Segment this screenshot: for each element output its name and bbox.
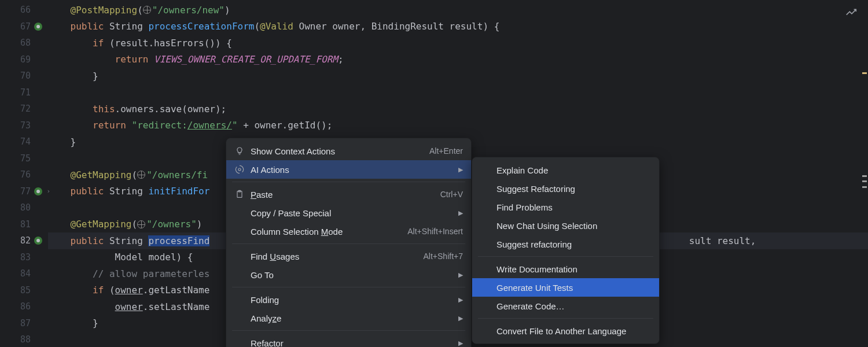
line-number: 82	[0, 232, 43, 249]
line-number: 80	[0, 200, 43, 216]
code-line[interactable]: return VIEWS_OWNER_CREATE_OR_UPDATE_FORM…	[48, 51, 868, 68]
menu-item-generate-code[interactable]: Generate Code…	[472, 297, 659, 315]
line-number: 76	[0, 167, 43, 183]
menu-item-suggest-refactoring[interactable]: Suggest refactoring	[472, 235, 659, 253]
svg-point-0	[238, 168, 241, 171]
gutter-run-icon[interactable]	[34, 187, 42, 195]
menu-item-label: Go To	[251, 270, 448, 280]
submenu-arrow-icon: ▶	[458, 271, 463, 279]
code-line[interactable]: if (result.hasErrors()) {	[48, 35, 868, 51]
menu-item-new-chat-using-selection[interactable]: New Chat Using Selection	[472, 216, 659, 235]
menu-item-explain-code[interactable]: Explain Code	[472, 161, 659, 179]
line-number: 73	[0, 117, 43, 134]
menu-separator	[478, 256, 653, 257]
menu-item-analyze[interactable]: Analyze▶	[226, 309, 471, 327]
minimap-mark[interactable]	[862, 175, 867, 177]
menu-separator	[232, 243, 465, 244]
gutter-run-icon[interactable]	[34, 23, 42, 31]
line-number: 77›	[0, 183, 43, 200]
menu-separator	[232, 182, 465, 182]
menu-item-label: Copy / Paste Special	[251, 208, 448, 218]
menu-item-find-usages[interactable]: Find UsagesAlt+Shift+7	[226, 247, 471, 265]
line-number: 67	[0, 19, 43, 35]
menu-item-folding[interactable]: Folding▶	[226, 290, 471, 309]
line-number: 71	[0, 84, 43, 101]
submenu-arrow-icon: ▶	[458, 209, 463, 217]
menu-item-label: Find Usages	[251, 252, 418, 261]
menu-item-label: Write Documentation	[496, 264, 651, 274]
code-line[interactable]: @PostMapping("/owners/new")	[48, 2, 868, 19]
line-number: 72	[0, 101, 43, 117]
line-number: 85	[0, 282, 43, 299]
minimap[interactable]	[840, 0, 868, 347]
globe-icon	[137, 220, 145, 228]
submenu-arrow-icon: ▶	[458, 315, 463, 322]
code-line[interactable]: this.owners.save(owner);	[48, 101, 868, 117]
menu-item-generate-unit-tests[interactable]: Generate Unit Tests	[472, 278, 659, 297]
globe-icon	[143, 6, 151, 14]
submenu-arrow-icon: ▶	[458, 339, 463, 347]
code-line[interactable]: return "redirect:/owners/" + owner.getId…	[48, 117, 868, 134]
minimap-mark[interactable]	[862, 72, 867, 74]
line-number: 88	[0, 331, 43, 347]
line-number: 87	[0, 315, 43, 332]
bulb-icon	[234, 146, 245, 156]
menu-item-write-documentation[interactable]: Write Documentation	[472, 260, 659, 278]
menu-item-label: Refactor	[251, 338, 448, 348]
menu-separator	[232, 330, 465, 331]
code-line[interactable]: public String processCreationForm(@Valid…	[48, 19, 868, 35]
line-number: 69	[0, 51, 43, 68]
menu-item-convert-file-to-another-language[interactable]: Convert File to Another Language	[472, 322, 659, 340]
line-number: 84	[0, 265, 43, 282]
menu-separator	[478, 318, 653, 319]
gutter-run-icon[interactable]	[34, 237, 42, 245]
code-line[interactable]: }	[48, 68, 868, 84]
line-number: 68	[0, 35, 43, 51]
menu-item-label: Find Problems	[496, 202, 651, 212]
menu-shortcut: Alt+Shift+7	[424, 252, 464, 261]
line-number: 74	[0, 134, 43, 150]
code-line[interactable]	[48, 84, 868, 101]
menu-item-show-context-actions[interactable]: Show Context ActionsAlt+Enter	[226, 142, 471, 160]
menu-item-label: Generate Code…	[496, 301, 651, 311]
menu-item-ai-actions[interactable]: AI Actions▶	[226, 160, 471, 179]
globe-icon	[137, 171, 145, 179]
ai-actions-submenu: Explain CodeSuggest RefactoringFind Prob…	[472, 157, 660, 344]
line-number: 70	[0, 68, 43, 84]
menu-item-copy-paste-special[interactable]: Copy / Paste Special▶	[226, 204, 471, 222]
menu-item-label: Paste	[251, 190, 435, 200]
menu-item-suggest-refactoring[interactable]: Suggest Refactoring	[472, 179, 659, 198]
menu-item-column-selection-mode[interactable]: Column Selection ModeAlt+Shift+Insert	[226, 222, 471, 241]
context-menu: Show Context ActionsAlt+EnterAI Actions▶…	[226, 138, 472, 347]
minimap-mark[interactable]	[862, 186, 867, 188]
menu-shortcut: Alt+Shift+Insert	[407, 227, 463, 236]
menu-shortcut: Alt+Enter	[429, 146, 463, 156]
menu-item-label: Show Context Actions	[251, 146, 424, 156]
menu-item-label: Generate Unit Tests	[496, 283, 651, 293]
menu-item-label: Suggest Refactoring	[496, 184, 651, 194]
menu-shortcut: Ctrl+V	[440, 190, 463, 199]
menu-item-label: Analyze	[251, 313, 448, 323]
minimap-mark[interactable]	[862, 180, 867, 182]
menu-item-label: AI Actions	[251, 165, 448, 175]
paste-icon	[234, 190, 245, 199]
line-number: 81	[0, 216, 43, 233]
submenu-arrow-icon: ▶	[458, 166, 463, 174]
menu-item-find-problems[interactable]: Find Problems	[472, 198, 659, 216]
menu-item-label: Explain Code	[496, 165, 651, 175]
line-number: 66	[0, 2, 43, 19]
menu-item-label: Folding	[251, 295, 448, 305]
menu-item-label: Convert File to Another Language	[496, 326, 651, 336]
menu-item-label: New Chat Using Selection	[496, 221, 651, 231]
line-number: 83	[0, 249, 43, 266]
menu-item-go-to[interactable]: Go To▶	[226, 265, 471, 284]
menu-item-refactor[interactable]: Refactor▶	[226, 334, 471, 347]
menu-item-label: Suggest refactoring	[496, 239, 651, 249]
ai-icon	[234, 165, 245, 174]
menu-separator	[232, 287, 465, 287]
line-number: 86	[0, 298, 43, 315]
menu-item-label: Column Selection Mode	[251, 227, 402, 237]
line-number: 75	[0, 150, 43, 167]
menu-item-paste[interactable]: PasteCtrl+V	[226, 185, 471, 204]
line-gutter: 666768697071727374757677›808182838485868…	[0, 0, 43, 347]
